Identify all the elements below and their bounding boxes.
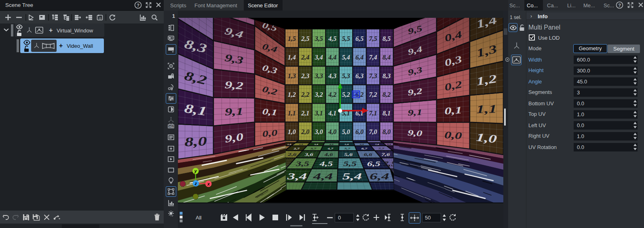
svg-text:2,0: 2,0 xyxy=(301,128,309,135)
svg-text:3,8: 3,8 xyxy=(314,143,319,145)
svg-text:1,1: 1,1 xyxy=(288,110,296,117)
svg-text:1,5: 1,5 xyxy=(288,35,296,42)
svg-text:5,6: 5,6 xyxy=(344,153,353,157)
svg-text:4,6: 4,6 xyxy=(324,153,333,157)
svg-text:6,5: 6,5 xyxy=(355,35,363,42)
svg-text:4,1: 4,1 xyxy=(328,110,336,117)
svg-text:7,8: 7,8 xyxy=(375,143,380,145)
svg-text:4,5: 4,5 xyxy=(319,160,333,167)
svg-text:6,4: 6,4 xyxy=(355,54,363,61)
svg-text:y: y xyxy=(194,168,197,173)
svg-text:6,6: 6,6 xyxy=(364,153,372,157)
svg-text:6,5: 6,5 xyxy=(367,160,380,167)
svg-text:1,3: 1,3 xyxy=(288,72,296,79)
svg-text:6,0: 6,0 xyxy=(355,128,363,135)
svg-text:3,3: 3,3 xyxy=(315,72,323,79)
svg-text:7,5: 7,5 xyxy=(369,35,377,42)
svg-text:8,3: 8,3 xyxy=(382,72,391,79)
svg-text:5,2: 5,2 xyxy=(342,91,350,98)
svg-text:5,4: 5,4 xyxy=(342,54,350,61)
svg-text:6,3: 6,3 xyxy=(355,72,363,79)
svg-text:5,5: 5,5 xyxy=(342,35,350,42)
svg-text:z: z xyxy=(194,181,197,186)
svg-text:G: G xyxy=(99,16,101,20)
svg-text:4,4: 4,4 xyxy=(313,171,333,181)
svg-text:7,2: 7,2 xyxy=(369,91,377,98)
svg-text:1,8: 1,8 xyxy=(287,143,291,145)
svg-text:7,1: 7,1 xyxy=(369,110,377,117)
svg-text:1,2: 1,2 xyxy=(288,91,296,98)
svg-text:3,5: 3,5 xyxy=(315,35,323,42)
svg-text:4,5: 4,5 xyxy=(328,35,336,42)
svg-text:4,7: 4,7 xyxy=(327,147,334,150)
svg-text:4,8: 4,8 xyxy=(329,143,334,145)
svg-text:8,1: 8,1 xyxy=(382,110,391,117)
svg-text:5,5: 5,5 xyxy=(343,160,357,167)
svg-text:6,8: 6,8 xyxy=(360,143,364,145)
svg-text:?: ? xyxy=(618,3,621,8)
svg-text:2,5: 2,5 xyxy=(301,35,309,42)
svg-text:3,1: 3,1 xyxy=(315,110,323,117)
svg-text:5,3: 5,3 xyxy=(342,72,350,79)
svg-text:4,4: 4,4 xyxy=(328,54,336,61)
svg-text:3,4: 3,4 xyxy=(315,54,323,61)
svg-text:7,4: 7,4 xyxy=(369,54,377,61)
svg-text:8,0: 8,0 xyxy=(382,128,391,135)
svg-text:1,4: 1,4 xyxy=(288,54,296,61)
svg-text:3,0: 3,0 xyxy=(315,128,323,135)
svg-text:8,4: 8,4 xyxy=(382,54,391,61)
svg-text:4,3: 4,3 xyxy=(328,72,336,79)
svg-text:Y: Y xyxy=(29,27,30,29)
svg-text:?: ? xyxy=(137,3,139,8)
svg-text:2,2: 2,2 xyxy=(301,91,309,98)
svg-text:4,0: 4,0 xyxy=(328,128,336,135)
svg-text:HS: HS xyxy=(169,125,173,128)
svg-text:2,4: 2,4 xyxy=(301,54,309,61)
svg-text:5,4: 5,4 xyxy=(342,171,362,181)
svg-text:Y: Y xyxy=(516,42,517,44)
svg-text:7,6: 7,6 xyxy=(381,153,390,157)
svg-text:x: x xyxy=(207,181,210,186)
svg-text:1,0: 1,0 xyxy=(288,128,296,135)
svg-text:2,3: 2,3 xyxy=(301,72,309,79)
svg-text:3,2: 3,2 xyxy=(315,91,323,98)
svg-text:3,6: 3,6 xyxy=(304,153,313,157)
svg-text:7,3: 7,3 xyxy=(369,72,377,79)
svg-text:2,8: 2,8 xyxy=(298,143,303,145)
svg-text:3,5: 3,5 xyxy=(296,160,309,167)
svg-text:5,0: 5,0 xyxy=(342,128,350,135)
svg-text:6,4: 6,4 xyxy=(370,171,389,181)
svg-text:2,6: 2,6 xyxy=(287,153,296,157)
svg-text:8,2: 8,2 xyxy=(382,91,391,98)
svg-text:7,7: 7,7 xyxy=(378,147,385,150)
svg-text:8,8: 8,8 xyxy=(387,143,391,145)
svg-text:6,7: 6,7 xyxy=(361,147,368,150)
svg-text:3,7: 3,7 xyxy=(310,147,317,150)
svg-text:5,7: 5,7 xyxy=(344,147,351,150)
svg-text:4,2: 4,2 xyxy=(328,91,336,98)
svg-text:3,4: 3,4 xyxy=(287,171,307,181)
svg-text:8,5: 8,5 xyxy=(382,35,391,42)
svg-text:5,8: 5,8 xyxy=(344,143,349,145)
svg-text:2,7: 2,7 xyxy=(293,147,300,150)
svg-text:7,0: 7,0 xyxy=(369,128,377,135)
svg-text:2,1: 2,1 xyxy=(301,110,309,117)
